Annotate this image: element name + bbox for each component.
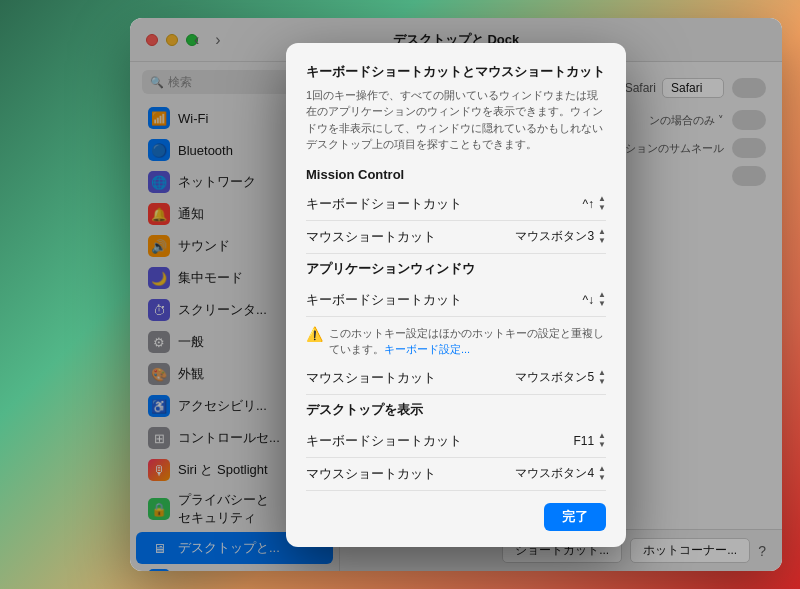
main-window: ‹ › デスクトップと Dock 🔍 検索 📶 Wi-Fi 🔵 Bluetoot… (130, 18, 782, 571)
done-button[interactable]: 完了 (544, 503, 606, 531)
show-desktop-kb-label: キーボードショートカット (306, 432, 462, 450)
warning-text: このホットキー設定はほかのホットキーの設定と重複しています。キーボード設定... (329, 325, 606, 358)
app-windows-section: アプリケーションウィンドウ キーボードショートカット ^↓ ▲ ▼ ⚠️ このホ… (306, 260, 606, 395)
mc-mouse-label: マウスショートカット (306, 228, 436, 246)
app-keyboard-value: ^↓ ▲ ▼ (582, 291, 606, 308)
keyboard-settings-link[interactable]: キーボード設定... (384, 343, 470, 355)
show-desktop-title: デスクトップを表示 (306, 401, 606, 419)
mission-control-section: Mission Control キーボードショートカット ^↑ ▲ ▼ マウスシ… (306, 167, 606, 254)
modal-dialog: キーボードショートカットとマウスショートカット 1回のキー操作で、すべての開いて… (286, 43, 626, 547)
app-mouse-value-text: マウスボタン5 (515, 369, 594, 386)
show-desktop-mouse-value: マウスボタン4 ▲ ▼ (515, 465, 606, 482)
app-mouse-label: マウスショートカット (306, 369, 436, 387)
mc-keyboard-row: キーボードショートカット ^↑ ▲ ▼ (306, 188, 606, 221)
modal-description: 1回のキー操作で、すべての開いているウィンドウまたは現在のアプリケーションのウィ… (306, 87, 606, 153)
show-desktop-kb-value: F11 ▲ ▼ (573, 432, 606, 449)
show-desktop-mouse-stepper[interactable]: ▲ ▼ (598, 465, 606, 482)
show-desktop-kb-row: キーボードショートカット F11 ▲ ▼ (306, 425, 606, 458)
show-desktop-kb-value-text: F11 (573, 434, 594, 448)
mc-keyboard-value-text: ^↑ (582, 197, 594, 211)
app-mouse-stepper[interactable]: ▲ ▼ (598, 369, 606, 386)
app-keyboard-stepper[interactable]: ▲ ▼ (598, 291, 606, 308)
mission-control-title: Mission Control (306, 167, 606, 182)
mc-mouse-stepper[interactable]: ▲ ▼ (598, 228, 606, 245)
show-desktop-mouse-row: マウスショートカット マウスボタン4 ▲ ▼ (306, 458, 606, 491)
modal-title: キーボードショートカットとマウスショートカット (306, 63, 606, 81)
mc-keyboard-stepper[interactable]: ▲ ▼ (598, 195, 606, 212)
warning-icon: ⚠️ (306, 326, 323, 342)
mc-mouse-value-text: マウスボタン3 (515, 228, 594, 245)
app-keyboard-value-text: ^↓ (582, 293, 594, 307)
app-keyboard-label: キーボードショートカット (306, 291, 462, 309)
show-desktop-section: デスクトップを表示 キーボードショートカット F11 ▲ ▼ マウスショートカッ… (306, 401, 606, 491)
mc-keyboard-label: キーボードショートカット (306, 195, 462, 213)
modal-footer: 完了 (306, 503, 606, 531)
show-desktop-kb-stepper[interactable]: ▲ ▼ (598, 432, 606, 449)
show-desktop-mouse-label: マウスショートカット (306, 465, 436, 483)
app-windows-title: アプリケーションウィンドウ (306, 260, 606, 278)
mc-keyboard-value: ^↑ ▲ ▼ (582, 195, 606, 212)
warning-row: ⚠️ このホットキー設定はほかのホットキーの設定と重複しています。キーボード設定… (306, 321, 606, 362)
modal-overlay: キーボードショートカットとマウスショートカット 1回のキー操作で、すべての開いて… (130, 18, 782, 571)
app-keyboard-row: キーボードショートカット ^↓ ▲ ▼ (306, 284, 606, 317)
app-mouse-row: マウスショートカット マウスボタン5 ▲ ▼ (306, 362, 606, 395)
app-mouse-value: マウスボタン5 ▲ ▼ (515, 369, 606, 386)
mc-mouse-value: マウスボタン3 ▲ ▼ (515, 228, 606, 245)
show-desktop-mouse-value-text: マウスボタン4 (515, 465, 594, 482)
mc-mouse-row: マウスショートカット マウスボタン3 ▲ ▼ (306, 221, 606, 254)
